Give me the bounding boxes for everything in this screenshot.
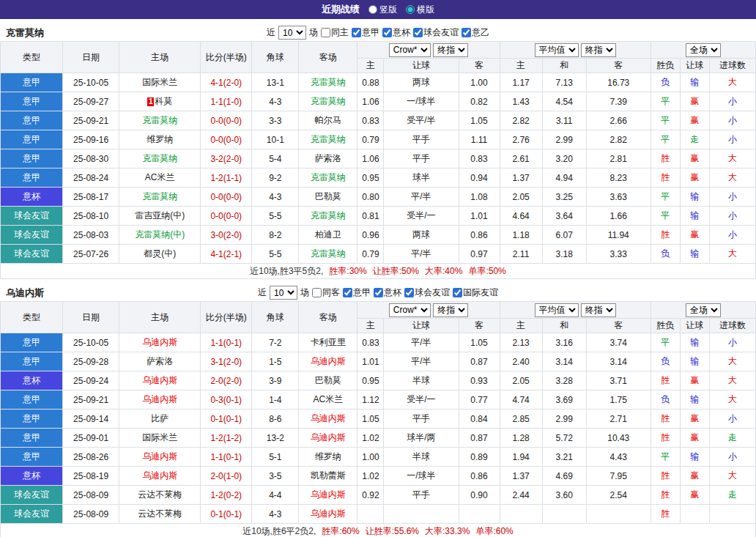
away-team[interactable]: 乌迪内斯 xyxy=(299,410,357,429)
league-filter[interactable]: 意甲 xyxy=(343,286,371,299)
home-team[interactable]: 克雷莫纳 xyxy=(119,149,201,168)
home-team[interactable]: 比萨 xyxy=(119,410,201,429)
league-checkbox[interactable] xyxy=(374,288,383,297)
away-team[interactable]: 克雷莫纳 xyxy=(299,207,357,226)
match-score[interactable]: 0-1(0-1) xyxy=(201,505,252,524)
home-team[interactable]: 克雷莫纳(中) xyxy=(119,226,201,245)
same-venue-filter[interactable]: 同客 xyxy=(312,286,340,299)
final-odds-select[interactable]: 终指 xyxy=(433,303,468,317)
away-team[interactable]: 乌迪内斯 xyxy=(299,352,357,371)
horizontal-layout-radio[interactable] xyxy=(406,5,415,14)
match-score[interactable]: 1-1(0-1) xyxy=(201,448,252,467)
match-score[interactable]: 1-2(0-2) xyxy=(201,486,252,505)
away-team[interactable]: 克雷莫纳 xyxy=(299,92,357,111)
away-team[interactable]: AC米兰 xyxy=(299,390,357,410)
away-team[interactable]: 克雷莫纳 xyxy=(299,73,357,92)
match-score[interactable]: 2-0(2-0) xyxy=(201,371,252,390)
final-odds-select-2[interactable]: 终指 xyxy=(581,303,616,317)
scope-select[interactable]: 全场 xyxy=(686,43,721,57)
home-team[interactable]: 乌迪内斯 xyxy=(119,371,201,390)
home-team[interactable]: 1科莫 xyxy=(119,92,201,111)
home-team[interactable]: 云达不莱梅 xyxy=(119,505,201,524)
bookmaker-select[interactable]: Crow* xyxy=(389,303,431,317)
away-team[interactable]: 卡利亚里 xyxy=(299,333,357,352)
scope-select[interactable]: 全场 xyxy=(686,303,721,317)
league-checkbox[interactable] xyxy=(382,28,392,37)
match-score[interactable]: 0-0(0-0) xyxy=(201,111,252,130)
match-score[interactable]: 1-2(1-1) xyxy=(201,168,252,188)
average-odds-select[interactable]: 平均值 xyxy=(535,303,579,317)
match-score[interactable]: 1-2(1-2) xyxy=(201,429,252,448)
away-team[interactable]: 克雷莫纳 xyxy=(299,245,357,264)
away-team[interactable]: 帕尔马 xyxy=(299,111,357,130)
league-filter[interactable]: 国际友谊 xyxy=(453,286,498,299)
match-score[interactable]: 1-1(1-0) xyxy=(201,92,252,111)
league-filter[interactable]: 球会友谊 xyxy=(413,26,459,39)
league-filter[interactable]: 球会友谊 xyxy=(404,286,450,299)
home-team[interactable]: 乌迪内斯 xyxy=(119,390,201,410)
away-team[interactable]: 巴勒莫 xyxy=(299,371,357,390)
league-checkbox[interactable] xyxy=(404,288,414,297)
match-score[interactable]: 3-1(2-0) xyxy=(201,352,252,371)
away-team[interactable]: 克雷莫纳 xyxy=(299,130,357,149)
final-odds-select-2[interactable]: 终指 xyxy=(581,43,616,57)
league-checkbox[interactable] xyxy=(462,28,471,37)
away-team[interactable]: 克雷莫纳 xyxy=(299,168,357,188)
league-filter[interactable]: 意乙 xyxy=(462,26,489,39)
home-team[interactable]: 克雷莫纳 xyxy=(119,111,201,130)
average-odds-select[interactable]: 平均值 xyxy=(535,43,579,57)
home-team[interactable]: 国际米兰 xyxy=(119,429,201,448)
away-team[interactable]: 乌迪内斯 xyxy=(299,429,357,448)
home-team[interactable]: 维罗纳 xyxy=(119,130,201,149)
league-filter[interactable]: 意杯 xyxy=(374,286,401,299)
away-team[interactable]: 巴勒莫 xyxy=(299,188,357,207)
match-score[interactable]: 0-1(0-1) xyxy=(201,410,252,429)
sub-col-header: 客 xyxy=(459,59,500,73)
match-score[interactable]: 0-3(0-1) xyxy=(201,390,252,410)
home-team[interactable]: 都灵(中) xyxy=(119,245,201,264)
match-score[interactable]: 0-0(0-0) xyxy=(201,188,252,207)
match-score[interactable]: 4-1(2-1) xyxy=(201,245,252,264)
match-count-select[interactable]: 10 xyxy=(270,286,297,300)
bookmaker-select[interactable]: Crow* xyxy=(389,43,431,57)
league-checkbox[interactable] xyxy=(343,288,352,297)
away-team[interactable]: 乌迪内斯 xyxy=(299,505,357,524)
layout-vertical-option[interactable]: 竖版 xyxy=(368,4,397,16)
match-score[interactable]: 1-1(0-1) xyxy=(201,333,252,352)
same-venue-checkbox[interactable] xyxy=(321,28,330,37)
vertical-layout-radio[interactable] xyxy=(368,5,377,14)
league-checkbox[interactable] xyxy=(453,288,462,297)
final-odds-select[interactable]: 终指 xyxy=(433,43,468,57)
home-team[interactable]: 乌迪内斯 xyxy=(119,333,201,352)
home-team[interactable]: AC米兰 xyxy=(119,168,201,188)
league-checkbox[interactable] xyxy=(352,28,361,37)
home-team[interactable]: 乌迪内斯 xyxy=(119,448,201,467)
same-venue-checkbox[interactable] xyxy=(312,288,322,297)
home-team[interactable]: 国际米兰 xyxy=(119,73,201,92)
away-team[interactable]: 柏迪卫 xyxy=(299,226,357,245)
away-team[interactable]: 维罗纳 xyxy=(299,448,357,467)
home-team[interactable]: 克雷莫纳 xyxy=(119,188,201,207)
match-score[interactable]: 3-0(2-0) xyxy=(201,226,252,245)
horizontal-layout-label: 横版 xyxy=(417,4,434,16)
match-score[interactable]: 2-0(1-0) xyxy=(201,467,252,486)
league-checkbox[interactable] xyxy=(413,28,423,37)
home-team[interactable]: 乌迪内斯 xyxy=(119,467,201,486)
away-team[interactable]: 萨索洛 xyxy=(299,149,357,168)
match-count-select[interactable]: 10 xyxy=(278,26,306,40)
match-date: 25-09-24 xyxy=(63,371,119,390)
league-filter[interactable]: 意杯 xyxy=(382,26,410,39)
home-team[interactable]: 雷吉亚纳(中) xyxy=(119,207,201,226)
home-team[interactable]: 萨索洛 xyxy=(119,352,201,371)
result-cell: 大 xyxy=(709,245,755,264)
league-filter[interactable]: 意甲 xyxy=(352,26,379,39)
away-team[interactable]: 凯勒蕾斯 xyxy=(299,467,357,486)
layout-horizontal-option[interactable]: 横版 xyxy=(406,4,434,16)
match-score[interactable]: 4-1(2-0) xyxy=(201,73,252,92)
match-score[interactable]: 3-2(2-0) xyxy=(201,149,252,168)
same-venue-filter[interactable]: 同主 xyxy=(321,26,349,39)
match-score[interactable]: 0-0(0-0) xyxy=(201,207,252,226)
home-team[interactable]: 云达不莱梅 xyxy=(119,486,201,505)
match-score[interactable]: 0-0(0-0) xyxy=(201,130,252,149)
away-team[interactable]: 乌迪内斯 xyxy=(299,486,357,505)
